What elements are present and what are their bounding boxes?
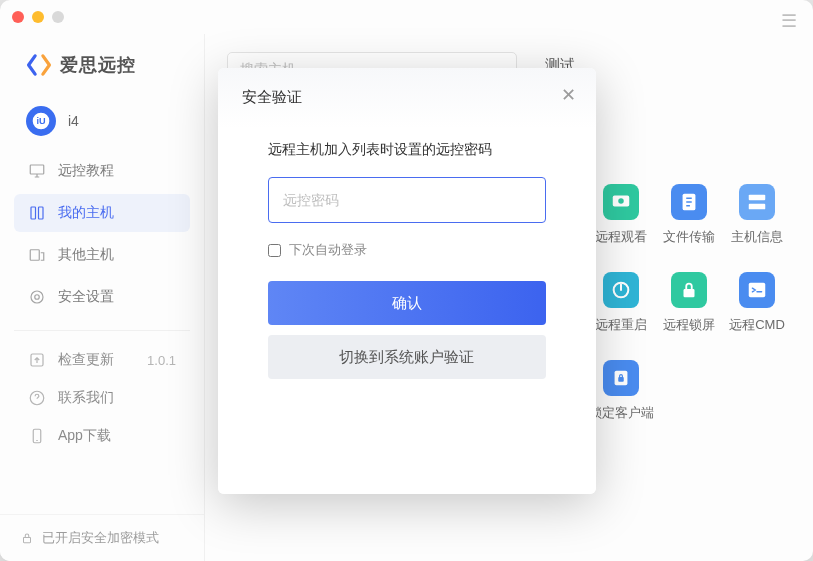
dialog-subtitle: 远程主机加入列表时设置的远控密码 (268, 141, 546, 159)
auto-login-checkbox[interactable] (268, 244, 281, 257)
confirm-button[interactable]: 确认 (268, 281, 546, 325)
auto-login-row[interactable]: 下次自动登录 (268, 241, 546, 259)
switch-auth-button[interactable]: 切换到系统账户验证 (268, 335, 546, 379)
modal-overlay: 安全验证 ✕ 远程主机加入列表时设置的远控密码 下次自动登录 确认 切换到系统账… (0, 0, 813, 561)
password-input[interactable] (268, 177, 546, 223)
auto-login-label: 下次自动登录 (289, 241, 367, 259)
close-icon[interactable]: ✕ (561, 86, 576, 104)
dialog-title: 安全验证 (242, 88, 572, 107)
app-window: ☰ 爱思远控 iU i4 远控教程 (0, 0, 813, 561)
security-dialog: 安全验证 ✕ 远程主机加入列表时设置的远控密码 下次自动登录 确认 切换到系统账… (218, 68, 596, 494)
